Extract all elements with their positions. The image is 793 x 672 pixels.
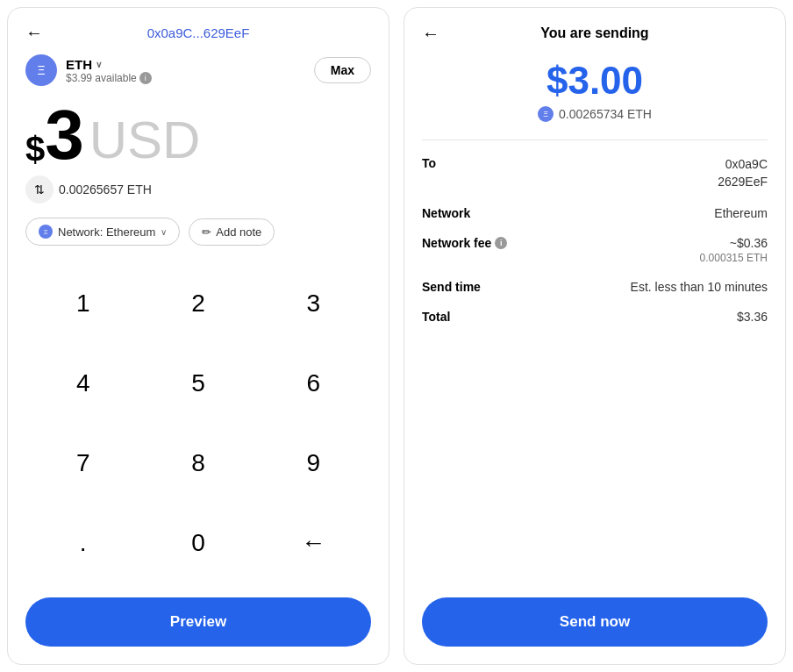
numpad-key-4[interactable]: 4 [25,343,140,423]
eth-equivalent: ⇅ 0.00265657 ETH [25,175,371,204]
pencil-icon: ✏ [202,225,211,239]
add-note-label: Add note [216,225,261,239]
send-now-button[interactable]: Send now [422,597,768,647]
network-chevron-icon: ∨ [161,227,167,237]
to-address: 0x0a9C 2629EeF [718,156,768,190]
chevron-down-icon: ∨ [96,60,102,69]
amount-number: 3 [45,100,84,170]
add-note-button[interactable]: ✏ Add note [189,218,275,246]
send-time-label: Send time [422,280,481,294]
panel1-header: ← 0x0a9C...629EeF [25,25,371,40]
token-row: Ξ ETH ∨ $3.99 available i Max [25,54,371,86]
back-button-panel1[interactable]: ← [25,23,43,43]
eth-amount-text: 0.00265657 ETH [59,182,152,197]
recipient-address: 0x0a9C...629EeF [147,25,250,40]
network-fee-label: Network fee i [422,236,507,250]
numpad-key-9[interactable]: 9 [256,424,371,504]
network-selector[interactable]: Ξ Network: Ethereum ∨ [25,218,180,246]
network-fee-usd: ~$0.36 [700,236,768,250]
numpad-key-2[interactable]: 2 [140,263,255,343]
panel2-title: You are sending [540,25,648,41]
to-label: To [422,156,436,170]
send-panel: ← 0x0a9C...629EeF Ξ ETH ∨ $3.99 availabl… [7,7,389,665]
token-selector[interactable]: Ξ ETH ∨ $3.99 available i [25,54,152,86]
numpad-key-3[interactable]: 3 [256,263,371,343]
token-info: ETH ∨ $3.99 available i [66,57,152,84]
info-icon: i [139,72,152,84]
send-time-row: Send time Est. less than 10 minutes [422,280,768,294]
eth-logo-icon: Ξ [25,54,57,86]
numpad-key-decimal[interactable]: . [25,504,140,583]
network-label-detail: Network [422,206,470,220]
max-button[interactable]: Max [314,57,371,83]
send-amount-eth: Ξ 0.00265734 ETH [422,106,768,122]
numpad-key-0[interactable]: 0 [140,504,255,583]
available-balance: $3.99 available i [66,72,152,84]
eth-icon-small: Ξ [538,106,554,122]
preview-button[interactable]: Preview [25,597,371,647]
to-address-line1: 0x0a9C [718,156,768,174]
swap-icon[interactable]: ⇅ [25,175,54,204]
network-fee-eth: 0.000315 ETH [700,252,768,264]
total-value: $3.36 [737,310,768,324]
numpad: 1 2 3 4 5 6 7 8 9 . 0 ← [25,263,371,583]
panel2-header: ← You are sending [422,25,768,41]
numpad-key-8[interactable]: 8 [140,424,255,504]
numpad-key-6[interactable]: 6 [256,343,371,423]
numpad-key-1[interactable]: 1 [25,263,140,343]
network-row: Ξ Network: Ethereum ∨ ✏ Add note [25,218,371,246]
to-row: To 0x0a9C 2629EeF [422,156,768,190]
dollar-sign: $ [25,132,45,167]
network-fee-row: Network fee i ~$0.36 0.000315 ETH [422,236,768,264]
to-address-line2: 2629EeF [718,174,768,191]
send-amount-usd: $3.00 [422,59,768,103]
total-label: Total [422,310,450,324]
network-fee-value: ~$0.36 0.000315 ETH [700,236,768,264]
send-time-value: Est. less than 10 minutes [631,280,768,294]
network-row-detail: Network Ethereum [422,206,768,220]
divider [422,139,768,140]
network-value: Ethereum [714,206,768,220]
network-eth-icon: Ξ [39,225,53,239]
fee-info-icon: i [495,237,507,249]
amount-display: $ 3 USD [25,100,371,170]
numpad-key-7[interactable]: 7 [25,424,140,504]
back-button-panel2[interactable]: ← [422,24,439,44]
send-eth-value: 0.00265734 ETH [559,107,652,121]
numpad-key-5[interactable]: 5 [140,343,255,423]
numpad-key-backspace[interactable]: ← [256,504,371,583]
token-name: ETH ∨ [66,57,152,72]
network-label: Network: Ethereum [58,225,155,239]
detail-section: To 0x0a9C 2629EeF Network Ethereum Netwo… [422,156,768,597]
amount-currency: USD [89,114,201,167]
total-row: Total $3.36 [422,310,768,324]
confirm-panel: ← You are sending $3.00 Ξ 0.00265734 ETH… [404,7,786,665]
